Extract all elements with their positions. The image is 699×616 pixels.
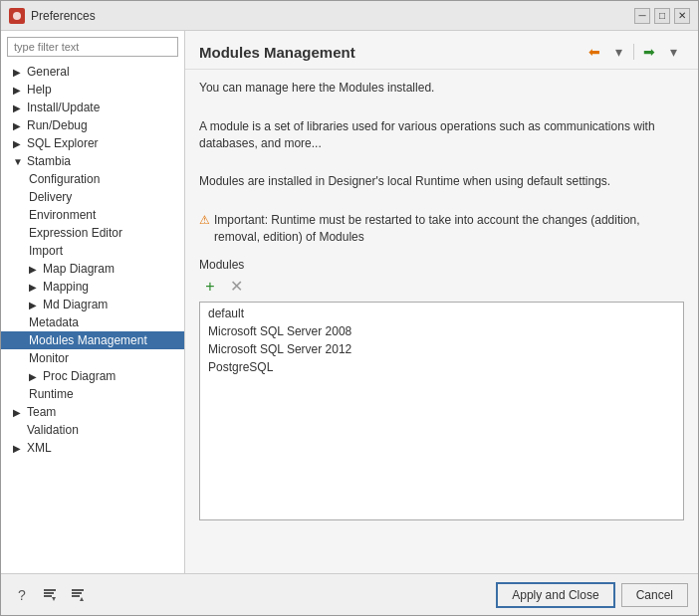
sidebar-item-proc-diagram[interactable]: ▶ Proc Diagram (1, 367, 184, 385)
modules-toolbar: + ✕ (199, 276, 684, 298)
sidebar: ▶ General ▶ Help ▶ Install/Update ▶ Run/… (1, 31, 185, 573)
title-bar-controls: ─ □ ✕ (634, 8, 690, 24)
app-icon (9, 8, 25, 24)
warning-text: Important: Runtime must be restarted to … (214, 212, 684, 246)
svg-marker-8 (80, 597, 84, 601)
toolbar-separator (633, 44, 634, 60)
forward-button[interactable]: ➡ (638, 41, 660, 63)
sidebar-item-validation[interactable]: ▶ Validation (1, 421, 184, 439)
import-settings-button[interactable] (39, 584, 61, 606)
arrow-icon: ▶ (13, 443, 23, 454)
module-item-mssql2012[interactable]: Microsoft SQL Server 2012 (200, 340, 683, 358)
arrow-icon: ▶ (13, 138, 23, 149)
filter-input[interactable] (7, 37, 178, 57)
modules-list: default Microsoft SQL Server 2008 Micros… (199, 302, 684, 520)
svg-rect-7 (72, 595, 80, 597)
apply-close-button[interactable]: Apply and Close (496, 582, 614, 608)
description2: A module is a set of libraries used for … (199, 118, 684, 152)
module-item-default[interactable]: default (200, 305, 683, 322)
cancel-button[interactable]: Cancel (621, 583, 688, 607)
export-settings-button[interactable] (67, 584, 89, 606)
svg-point-0 (13, 12, 21, 20)
main-panel: Modules Management ⬅ ▾ ➡ ▾ You can manag… (185, 31, 698, 573)
warning-box: ⚠ Important: Runtime must be restarted t… (199, 212, 684, 246)
arrow-icon: ▶ (13, 407, 23, 418)
sidebar-item-sql-explorer[interactable]: ▶ SQL Explorer (1, 134, 184, 152)
maximize-button[interactable]: □ (654, 8, 670, 24)
sidebar-item-help[interactable]: ▶ Help (1, 81, 184, 99)
main-content: ▶ General ▶ Help ▶ Install/Update ▶ Run/… (1, 31, 698, 573)
back-dropdown-button[interactable]: ▾ (607, 41, 629, 63)
warning-icon: ⚠ (199, 212, 210, 229)
sidebar-item-expression-editor[interactable]: Expression Editor (1, 224, 184, 242)
panel-toolbar: ⬅ ▾ ➡ ▾ (583, 41, 684, 63)
svg-marker-4 (52, 597, 56, 601)
modules-section: Modules + ✕ default Microsoft SQL Server… (199, 258, 684, 520)
svg-rect-1 (44, 589, 56, 591)
arrow-icon: ▶ (13, 85, 23, 96)
sidebar-item-modules-management[interactable]: Modules Management (1, 331, 184, 349)
arrow-icon: ▶ (29, 264, 39, 275)
footer-right: Apply and Close Cancel (496, 582, 688, 608)
sidebar-item-xml[interactable]: ▶ XML (1, 439, 184, 457)
help-button[interactable]: ? (11, 584, 33, 606)
footer: ? Apply and Close Cancel (1, 573, 698, 615)
close-button[interactable]: ✕ (674, 8, 690, 24)
svg-rect-3 (44, 595, 52, 597)
arrow-icon: ▶ (29, 371, 39, 382)
sidebar-item-stambia[interactable]: ▼ Stambia (1, 152, 184, 170)
arrow-icon: ▶ (13, 120, 23, 131)
sidebar-item-import[interactable]: Import (1, 242, 184, 260)
svg-rect-2 (44, 592, 54, 594)
arrow-icon: ▼ (13, 156, 23, 167)
svg-rect-5 (72, 589, 84, 591)
sidebar-item-metadata[interactable]: Metadata (1, 313, 184, 331)
add-module-button[interactable]: + (199, 276, 221, 298)
sidebar-item-general[interactable]: ▶ General (1, 63, 184, 81)
panel-title: Modules Management (199, 44, 355, 61)
minimize-button[interactable]: ─ (634, 8, 650, 24)
modules-label: Modules (199, 258, 684, 272)
remove-module-button[interactable]: ✕ (225, 276, 247, 298)
sidebar-item-monitor[interactable]: Monitor (1, 349, 184, 367)
description3: Modules are installed in Designer's loca… (199, 173, 684, 190)
arrow-icon: ▶ (13, 67, 23, 78)
description1: You can manage here the Modules installe… (199, 80, 684, 97)
module-item-postgresql[interactable]: PostgreSQL (200, 358, 683, 376)
preferences-window: Preferences ─ □ ✕ ▶ General ▶ Help ▶ Ins… (0, 0, 699, 616)
back-button[interactable]: ⬅ (583, 41, 605, 63)
sidebar-item-md-diagram[interactable]: ▶ Md Diagram (1, 296, 184, 313)
sidebar-item-team[interactable]: ▶ Team (1, 403, 184, 421)
sidebar-item-runtime[interactable]: Runtime (1, 385, 184, 403)
svg-rect-6 (72, 592, 82, 594)
forward-dropdown-button[interactable]: ▾ (662, 41, 684, 63)
panel-body: You can manage here the Modules installe… (185, 70, 698, 573)
footer-left: ? (11, 584, 496, 606)
module-item-mssql2008[interactable]: Microsoft SQL Server 2008 (200, 322, 683, 340)
sidebar-item-install-update[interactable]: ▶ Install/Update (1, 99, 184, 116)
title-bar-title: Preferences (31, 9, 634, 23)
sidebar-item-configuration[interactable]: Configuration (1, 170, 184, 188)
sidebar-item-delivery[interactable]: Delivery (1, 188, 184, 206)
arrow-icon: ▶ (13, 103, 23, 113)
arrow-icon: ▶ (29, 282, 39, 293)
sidebar-item-mapping[interactable]: ▶ Mapping (1, 278, 184, 296)
sidebar-item-run-debug[interactable]: ▶ Run/Debug (1, 116, 184, 134)
sidebar-item-map-diagram[interactable]: ▶ Map Diagram (1, 260, 184, 278)
sidebar-item-environment[interactable]: Environment (1, 206, 184, 224)
arrow-icon: ▶ (29, 300, 39, 310)
panel-header: Modules Management ⬅ ▾ ➡ ▾ (185, 31, 698, 70)
title-bar: Preferences ─ □ ✕ (1, 1, 698, 31)
